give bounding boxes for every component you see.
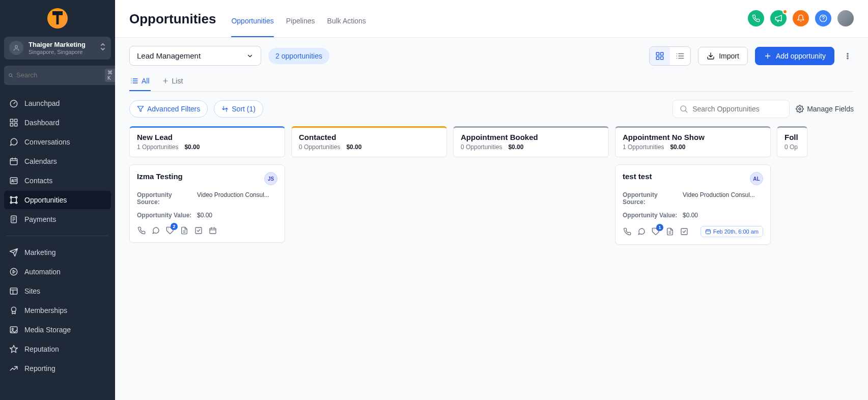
- column-title: New Lead: [137, 133, 277, 141]
- add-opportunity-button[interactable]: Add opportunity: [755, 47, 834, 65]
- more-menu-button[interactable]: [842, 47, 854, 65]
- task-icon[interactable]: [194, 226, 203, 235]
- trend-icon: [9, 364, 18, 373]
- nav-contacts[interactable]: Contacts: [4, 172, 111, 190]
- column-value: $0.00: [670, 144, 685, 151]
- user-avatar[interactable]: [837, 10, 854, 26]
- nav-marketing[interactable]: Marketing: [4, 243, 111, 262]
- message-icon[interactable]: [151, 226, 160, 235]
- opportunity-card[interactable]: test test AL Opportunity Source: Video P…: [615, 164, 771, 245]
- filter-label: Advanced Filters: [147, 105, 200, 113]
- nav-reporting[interactable]: Reporting: [4, 359, 111, 378]
- call-button[interactable]: [748, 10, 764, 26]
- opportunities-icon: [9, 195, 18, 205]
- pipeline-selector-label: Lead Management: [137, 51, 201, 60]
- add-label: Add opportunity: [776, 52, 826, 60]
- sort-label: Sort (1): [232, 105, 256, 113]
- tab-opportunities[interactable]: Opportunities: [231, 17, 273, 37]
- svg-rect-30: [195, 227, 202, 234]
- search-opportunities-input[interactable]: [692, 105, 783, 113]
- opportunity-card[interactable]: Izma Testing JS Opportunity Source: Vide…: [129, 164, 285, 243]
- advanced-filters-button[interactable]: Advanced Filters: [129, 100, 208, 118]
- import-button[interactable]: Import: [698, 47, 748, 65]
- appointment-date-chip[interactable]: Feb 20th, 6:00 am: [701, 226, 763, 237]
- subtab-all[interactable]: All: [129, 73, 151, 91]
- bell-icon: [797, 14, 805, 22]
- schedule-icon[interactable]: [208, 226, 217, 235]
- filter-icon: [137, 105, 144, 112]
- svg-rect-33: [706, 230, 710, 234]
- column-count: 1 Opportunities: [623, 144, 664, 151]
- import-label: Import: [719, 52, 739, 60]
- dots-vertical-icon: [843, 51, 852, 61]
- column-followup: Foll 0 Op: [777, 126, 807, 245]
- tag-icon[interactable]: 1: [651, 227, 660, 236]
- tab-pipelines[interactable]: Pipelines: [286, 17, 315, 37]
- note-icon[interactable]: [180, 226, 189, 235]
- task-icon[interactable]: [680, 227, 689, 236]
- tag-icon[interactable]: 2: [165, 226, 175, 235]
- source-label: Opportunity Source:: [137, 191, 192, 206]
- call-icon[interactable]: [137, 226, 146, 235]
- message-icon[interactable]: [637, 227, 646, 236]
- nav-label: Sites: [24, 287, 40, 295]
- page-title: Opportunities: [129, 11, 216, 27]
- org-name: Thaiger Marketing: [29, 41, 95, 49]
- notification-dot: [782, 9, 788, 14]
- layout-icon: [9, 287, 18, 296]
- nav-calendars[interactable]: Calendars: [4, 152, 111, 170]
- value-label: Opportunity Value:: [623, 212, 678, 219]
- nav-opportunities[interactable]: Opportunities: [4, 191, 111, 209]
- announce-button[interactable]: [770, 10, 787, 26]
- chevron-down-icon: [246, 52, 254, 60]
- value-amount: $0.00: [683, 212, 698, 219]
- main-area: Opportunities Opportunities Pipelines Bu…: [115, 0, 868, 400]
- nav-sites[interactable]: Sites: [4, 282, 111, 300]
- tab-bulk-actions[interactable]: Bulk Actions: [327, 17, 366, 37]
- nav-label: Contacts: [24, 177, 52, 185]
- calendar-icon: [9, 157, 18, 166]
- value-label: Opportunity Value:: [137, 212, 192, 219]
- help-button[interactable]: [815, 10, 831, 26]
- nav-memberships[interactable]: Memberships: [4, 301, 111, 320]
- svg-point-26: [847, 55, 848, 56]
- org-switcher[interactable]: Thaiger Marketing Singapore, Singapore: [4, 37, 111, 60]
- nav-payments[interactable]: Payments: [4, 210, 111, 228]
- column-title: Contacted: [299, 133, 439, 141]
- view-list-button[interactable]: [670, 47, 690, 65]
- sort-button[interactable]: Sort (1): [214, 100, 263, 118]
- nav-label: Reputation: [24, 345, 59, 353]
- view-board-button[interactable]: [650, 47, 670, 65]
- download-icon: [707, 52, 715, 60]
- nav-dashboard[interactable]: Dashboard: [4, 113, 111, 132]
- chat-icon: [9, 137, 18, 147]
- nav-label: Automation: [24, 268, 61, 276]
- list-icon: [130, 77, 138, 85]
- opportunity-count-badge: 2 opportunities: [268, 48, 329, 64]
- gauge-icon: [9, 99, 18, 108]
- nav-divider: [6, 236, 109, 236]
- global-search[interactable]: ⌘ K: [4, 66, 121, 85]
- global-search-input[interactable]: [16, 71, 102, 79]
- notifications-button[interactable]: [793, 10, 809, 26]
- svg-point-28: [681, 106, 686, 111]
- svg-point-27: [847, 58, 848, 59]
- nav-label: Payments: [24, 215, 56, 223]
- nav-label: Conversations: [24, 138, 70, 146]
- nav-launchpad[interactable]: Launchpad: [4, 94, 111, 112]
- column-new-lead: New Lead 1 Opportunities $0.00 Izma Test…: [129, 126, 285, 245]
- nav-automation[interactable]: Automation: [4, 263, 111, 281]
- pipeline-selector[interactable]: Lead Management: [129, 46, 261, 66]
- call-icon[interactable]: [623, 227, 632, 236]
- search-opportunities[interactable]: [673, 100, 790, 118]
- manage-fields-button[interactable]: Manage Fields: [796, 105, 854, 113]
- nav-conversations[interactable]: Conversations: [4, 133, 111, 151]
- grid-icon: [9, 118, 18, 127]
- phone-icon: [752, 14, 760, 22]
- note-icon[interactable]: [665, 227, 675, 236]
- svg-rect-32: [681, 228, 687, 235]
- nav-media-storage[interactable]: Media Storage: [4, 321, 111, 339]
- column-value: $0.00: [508, 144, 523, 151]
- subtab-add-list[interactable]: List: [161, 73, 184, 91]
- nav-reputation[interactable]: Reputation: [4, 340, 111, 358]
